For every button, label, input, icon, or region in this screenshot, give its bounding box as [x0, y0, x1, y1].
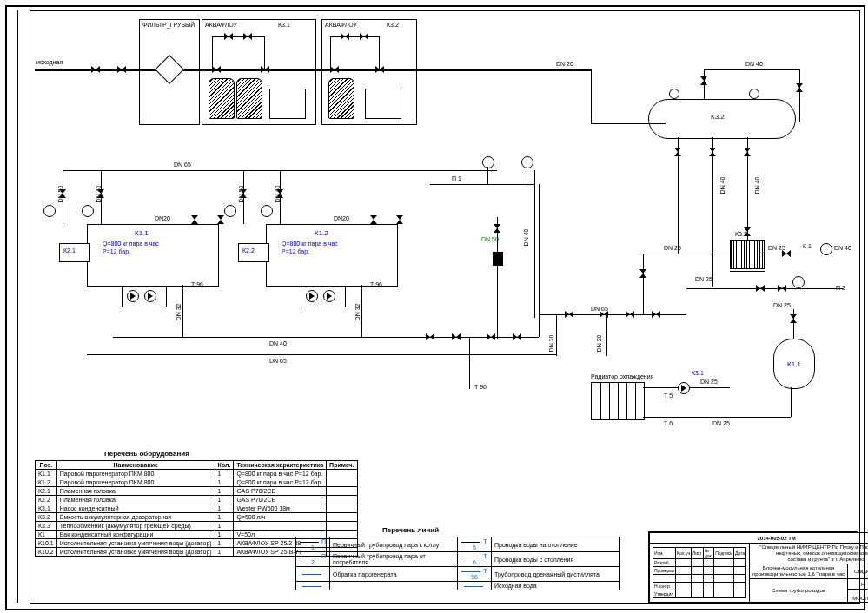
valve-icon [341, 33, 349, 40]
dn32-label: DN 32 [354, 304, 361, 321]
gauge-icon [820, 243, 832, 255]
dn25-label: DN 25 [712, 420, 730, 426]
k1-label: К 1 [803, 243, 812, 249]
valve-icon [674, 148, 681, 156]
valve-icon [261, 66, 269, 73]
pump-icon [306, 290, 318, 302]
gauge-icon [82, 205, 94, 217]
dn25-line [643, 254, 730, 254]
dn40-label: DN 40 [745, 61, 763, 67]
aquaflow2-label: АКВАФЛОУ [325, 22, 357, 28]
company: ООО "МОСПРТЕПЛОГАЗ" [848, 590, 868, 603]
dn40-label: DN 40 [269, 340, 287, 346]
dn40-label: DN 40 [834, 245, 851, 251]
loop-line [212, 36, 264, 37]
control-unit [365, 89, 401, 119]
pipe [643, 254, 644, 314]
k11-spec: Q=800 кг пара в час P=12 бар. [103, 240, 159, 255]
valve-icon [224, 33, 233, 40]
pipe [361, 285, 362, 337]
stage-col: Стадия [848, 564, 868, 579]
valve-icon [796, 83, 803, 92]
gauge-icon [482, 156, 494, 168]
pipe [704, 69, 799, 70]
dn40-label: DN 40 [754, 177, 760, 194]
pipe [730, 271, 765, 272]
valve-icon [782, 250, 791, 257]
dn40-label: DN 40 [275, 186, 281, 203]
dn25-label: DN 25 [700, 379, 718, 385]
p1-label: П 1 [452, 175, 461, 181]
heat-exchanger-k33 [730, 240, 765, 269]
valve-icon [91, 66, 100, 73]
p1-line [430, 184, 534, 185]
dn50-label: DN 50 [57, 186, 63, 203]
t5-label: Т 5 [664, 392, 673, 399]
gauge-icon [749, 89, 759, 99]
dn40-label: DN 40 [96, 186, 102, 203]
tb-subtitle: Блочно-модульная котельная производитель… [750, 564, 848, 579]
pipe [799, 69, 800, 122]
radiator [591, 382, 645, 420]
k22-label: К2.2 [242, 247, 255, 254]
gauge-icon [792, 276, 805, 288]
pipe [643, 417, 791, 418]
dn50-label: DN 50 [481, 236, 499, 242]
pipe [497, 217, 498, 339]
valve-icon [513, 333, 521, 340]
gauge-icon [669, 89, 679, 99]
valve-icon [778, 285, 786, 292]
valve-icon [700, 76, 707, 85]
pump-icon [323, 290, 335, 302]
control-unit [269, 89, 306, 119]
softener-tank [209, 78, 235, 119]
loop-line [212, 36, 213, 69]
boiler-k12 [266, 224, 398, 287]
loop-line [330, 36, 379, 37]
valve-icon [652, 311, 660, 318]
valve-icon [565, 311, 573, 318]
drawing-title: Схема трубопроводов [750, 579, 848, 603]
lines-title: Перечень линий [382, 526, 439, 534]
k21-label: К2.1 [63, 247, 76, 254]
drawing-sheet: /*ticks drawn below via loop*/ ФИЛЬТР_ГР… [0, 0, 868, 613]
gauge-icon [224, 205, 236, 217]
check-valve-icon [493, 252, 503, 266]
doc-no: 2014-005-02 ТМ [650, 533, 869, 544]
valve-icon [117, 66, 126, 73]
dn65-label: DN 65 [269, 358, 287, 364]
aquaflow1-label: АКВАФЛОУ [205, 22, 237, 28]
pipe [534, 170, 535, 318]
aquaflow2-tag: К3.2 [387, 22, 399, 28]
radiator-label: Радиатор охлаждения [591, 373, 653, 379]
valve-icon [396, 215, 403, 224]
margin-rule [17, 10, 18, 603]
pipe [469, 337, 470, 389]
valve-icon [626, 311, 634, 318]
dn20-label: DN 20 [556, 61, 573, 67]
softener-tank [236, 78, 262, 119]
k33-label: К3.3 [735, 231, 747, 237]
valve-icon [330, 66, 339, 73]
condensate-tank: К1.1 [773, 339, 815, 389]
dn65-line [539, 314, 686, 315]
pipe [487, 167, 488, 184]
gauge-icon [261, 205, 273, 217]
dn40-label: DN 40 [719, 177, 726, 194]
pipe [712, 243, 713, 287]
lines-legend: П 1Первичный трубопровод пара к котлуТ 5… [295, 537, 620, 590]
valve-icon [756, 285, 765, 292]
valve-icon [360, 33, 368, 40]
k11-tag: К1.1 [135, 229, 149, 237]
valve-icon [487, 333, 495, 340]
stage-val: Р [848, 579, 868, 590]
valve-icon [191, 215, 198, 224]
k31-label: К3.1 [692, 370, 704, 376]
valve-icon [212, 66, 221, 73]
p2-line [686, 288, 843, 289]
valve-icon [375, 66, 384, 73]
valve-icon [452, 333, 461, 340]
pump-icon [127, 290, 139, 302]
loop-line [379, 36, 380, 69]
pipe [606, 314, 607, 356]
